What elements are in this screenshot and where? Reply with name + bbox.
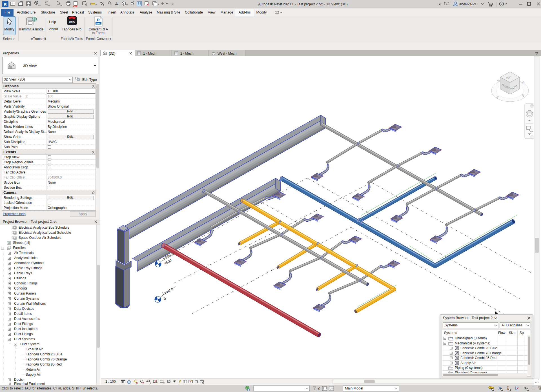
svg-text:×: ×	[157, 382, 158, 384]
svg-text:9: 9	[163, 382, 165, 384]
svg-text:9: 9	[150, 382, 151, 384]
svg-text::0: :0	[317, 387, 320, 391]
svg-text:?: ?	[451, 337, 453, 340]
